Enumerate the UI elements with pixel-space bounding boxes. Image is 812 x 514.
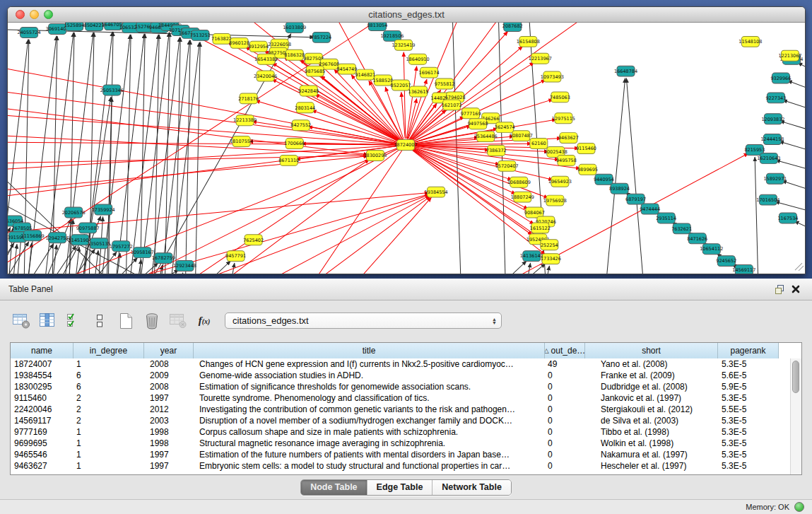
graph-node[interactable]: 15892971 [763, 173, 787, 184]
graph-edge[interactable] [355, 197, 432, 274]
graph-node[interactable]: 23420046 [254, 71, 277, 81]
graph-node[interactable]: 2803144 [295, 103, 315, 113]
graph-node[interactable]: 12975115 [552, 113, 575, 124]
resize-grip[interactable] [795, 263, 804, 271]
graph-edge[interactable] [626, 78, 643, 274]
graph-node[interactable]: 16543382 [254, 54, 278, 64]
graph-node[interactable]: 9440954 [594, 174, 614, 185]
graph-node[interactable]: 1167534 [777, 213, 798, 223]
graph-edge[interactable] [185, 40, 190, 274]
minimize-window-button[interactable] [30, 10, 39, 19]
graph-node[interactable]: 19756928 [543, 195, 567, 206]
graph-node[interactable]: 1615122 [530, 223, 551, 233]
graph-node[interactable]: 25364486 [474, 132, 498, 142]
window-titlebar[interactable]: citations_edges.txt [8, 7, 805, 23]
table-row[interactable]: 977716911998Corpus callosum shape and si… [11, 426, 791, 438]
graph-node[interactable]: 6879197 [625, 194, 646, 204]
column-header-title[interactable]: title [194, 343, 545, 358]
table-row[interactable]: 946362711997Embryonic stem cells: a mode… [11, 460, 791, 472]
graph-node[interactable]: 18107554 [230, 136, 253, 147]
graph-node[interactable]: 8427552 [290, 120, 311, 131]
graph-node[interactable]: 18807249 [511, 192, 534, 202]
graph-node[interactable]: 17957272 [110, 241, 133, 252]
graph-node[interactable]: 90975887 [76, 223, 100, 233]
graph-node[interactable]: 12213967 [529, 53, 552, 64]
graph-node[interactable]: 12325419 [392, 40, 415, 50]
graph-edge[interactable] [255, 100, 399, 143]
graph-node[interactable]: 16782759 [152, 253, 175, 264]
graph-edge[interactable] [780, 121, 805, 132]
graph-node[interactable]: 11156869 [21, 230, 45, 241]
graph-node[interactable]: 10688609 [507, 177, 531, 187]
graph-node[interactable]: 9242848 [298, 86, 319, 96]
graph-node[interactable]: 7632621 [671, 223, 692, 234]
graph-node[interactable]: 17359924 [92, 204, 115, 215]
column-header-out_de[interactable]: △out_de… [545, 343, 585, 358]
graph-node[interactable]: 8186328 [284, 49, 305, 60]
column-header-name[interactable]: name [11, 343, 73, 358]
graph-node[interactable]: 7857224 [311, 32, 331, 42]
graph-node[interactable]: 24055724 [18, 27, 41, 37]
zoom-window-button[interactable] [44, 10, 53, 19]
graph-node[interactable]: 8454749 [336, 64, 357, 74]
graph-edge[interactable] [782, 181, 805, 192]
graph-node[interactable]: 12093832 [761, 114, 784, 124]
graph-edge[interactable] [776, 160, 805, 171]
graph-node[interactable]: 9329966 [770, 73, 791, 83]
graph-node[interactable]: 8671310 [278, 155, 299, 165]
create-table-button[interactable] [116, 311, 136, 331]
delete-table-button[interactable] [142, 311, 162, 331]
graph-edge[interactable] [8, 167, 114, 274]
graph-node[interactable]: 16033809 [283, 23, 306, 33]
graph-edge[interactable] [108, 32, 113, 274]
row-height-button[interactable] [90, 311, 110, 331]
graph-node[interactable]: 9463627 [558, 133, 579, 144]
table-scrollbar[interactable] [790, 358, 801, 474]
graph-node[interactable]: 12942757 [46, 233, 69, 243]
graph-node[interactable]: 25053346 [100, 85, 124, 95]
graph-edge[interactable] [526, 263, 530, 274]
table-row[interactable]: 946554611997Estimation of the future num… [11, 449, 791, 460]
graph-edge[interactable] [312, 150, 402, 274]
graph-node[interactable]: 3624574 [495, 122, 515, 133]
select-columns-button[interactable] [64, 311, 83, 331]
graph-edge[interactable] [407, 98, 417, 139]
graph-node[interactable]: 16648784 [614, 66, 637, 76]
table-row[interactable]: 969969511998Structural magnetic resonanc… [11, 438, 791, 449]
graph-edge[interactable] [69, 249, 95, 274]
network-view-canvas[interactable]: 1872400718300295193845542405572430691406… [8, 23, 805, 274]
graph-node[interactable]: 13505135 [88, 238, 111, 249]
graph-node[interactable]: 12213389 [233, 115, 257, 126]
graph-node[interactable]: 10973493 [541, 71, 564, 82]
graph-node[interactable]: 9115460 [576, 144, 596, 154]
graph-edge[interactable] [184, 160, 369, 274]
graph-edge[interactable] [546, 266, 549, 274]
graph-edge[interactable] [312, 197, 430, 274]
float-panel-icon[interactable] [772, 282, 788, 296]
graph-node[interactable]: 9755812 [435, 78, 455, 89]
table-row[interactable]: 1872400712008Changes of HCN gene express… [11, 358, 791, 370]
graph-node[interactable]: 10807487 [510, 131, 533, 141]
graph-node[interactable]: 7485063 [550, 92, 570, 103]
graph-node[interactable]: 8912954 [248, 41, 269, 52]
column-header-pagerank[interactable]: pagerank [718, 343, 779, 358]
graph-edge[interactable] [312, 110, 399, 143]
graph-node[interactable]: 14569117 [732, 265, 755, 274]
graph-node[interactable]: 1362615 [408, 86, 429, 97]
graph-node[interactable]: 18640910 [406, 54, 429, 64]
graph-node[interactable]: 10958167 [131, 247, 154, 258]
column-header-in_degree[interactable]: in_degree [73, 343, 144, 358]
column-header-short[interactable]: short [585, 343, 718, 358]
table-row[interactable]: 1830029562008Estimation of significance … [11, 381, 791, 392]
graph-node[interactable]: 252254 [541, 240, 558, 250]
graph-node[interactable]: 8471626 [687, 233, 707, 244]
graph-node[interactable]: 9497568 [468, 119, 488, 129]
graph-edge[interactable] [779, 141, 805, 152]
graph-node[interactable]: 1621072 [442, 100, 462, 110]
function-builder-button[interactable]: f(x) [194, 311, 214, 331]
table-options-button[interactable] [11, 311, 31, 331]
graph-node[interactable]: 2718176 [238, 93, 259, 104]
graph-edge[interactable] [787, 81, 805, 90]
graph-node[interactable]: 16210643 [757, 153, 780, 163]
tab-node-table[interactable]: Node Table [301, 480, 367, 495]
